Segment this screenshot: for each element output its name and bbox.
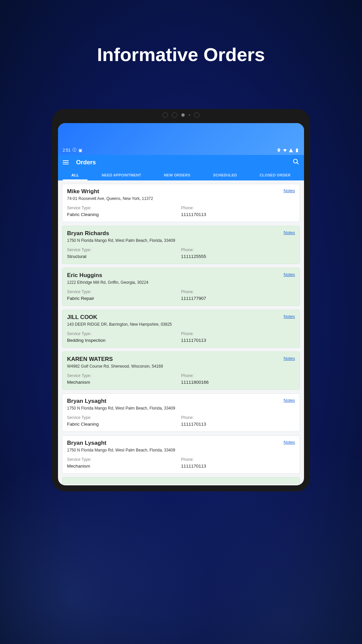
service-type-label: Service Type:	[67, 373, 181, 378]
order-card[interactable]: NotesBryan Richards1750 N Florida Mango …	[62, 226, 300, 264]
search-icon[interactable]	[293, 158, 299, 166]
notes-link[interactable]: Notes	[284, 314, 295, 319]
svg-point-0	[294, 159, 298, 163]
camera-dot-icon	[189, 114, 190, 116]
phone-value: 1111170113	[181, 338, 295, 343]
order-card[interactable]: NotesMike Wright74-01 Roosevelt Ave, Que…	[62, 184, 300, 222]
location-icon	[277, 148, 281, 153]
order-address: 1750 N Florida Mango Rd, West Palm Beach…	[67, 406, 295, 411]
order-address: 1750 N Florida Mango Rd, West Palm Beach…	[67, 238, 295, 243]
wifi-icon	[283, 148, 287, 153]
order-address: 74-01 Roosevelt Ave, Queens, New York, 1…	[67, 196, 295, 201]
service-type-value: Fabric Repair	[67, 296, 181, 301]
phone-value: 1111170113	[181, 464, 295, 469]
camera-dot-icon	[181, 113, 185, 117]
order-customer-name: Bryan Richards	[67, 230, 295, 237]
status-left: 2:51 ⓘ ▣	[63, 147, 82, 153]
svg-line-1	[297, 163, 299, 164]
phone-label: Phone:	[181, 457, 295, 462]
order-customer-name: Bryan Lysaght	[67, 398, 295, 405]
order-customer-name: Eric Huggins	[67, 272, 295, 279]
marketing-headline: Informative Orders	[0, 0, 362, 65]
status-bar: 2:51 ⓘ ▣	[58, 147, 304, 153]
service-type-value: Fabric Cleaning	[67, 422, 181, 427]
order-card[interactable]: NotesEric Huggins1222 Ethridge Mill Rd, …	[62, 268, 300, 306]
tab-bar: ALLNEED APPOINTMENTNEW ORDERSSCHEDULEDCL…	[58, 170, 304, 180]
status-wallpaper: 2:51 ⓘ ▣	[58, 123, 304, 155]
phone-label: Phone:	[181, 415, 295, 420]
order-card[interactable]: NotesKAREN WATERSW4982 Golf Course Rd, S…	[62, 352, 300, 390]
tab-closed-order[interactable]: CLOSED ORDER	[248, 170, 302, 180]
service-type-label: Service Type:	[67, 415, 181, 420]
camera-dot-icon	[172, 112, 177, 118]
tab-scheduled[interactable]: SCHEDULED	[202, 170, 248, 180]
order-customer-name: KAREN WATERS	[67, 356, 295, 363]
service-type-value: Mechanism	[67, 380, 181, 385]
tab-all[interactable]: ALL	[60, 170, 90, 180]
tablet-camera-cluster	[163, 112, 199, 118]
notes-link[interactable]: Notes	[284, 272, 295, 277]
order-customer-name: JILL COOK	[67, 314, 295, 321]
phone-label: Phone:	[181, 289, 295, 294]
camera-dot-icon	[194, 112, 199, 118]
order-card[interactable]: NotesBryan Lysaght1750 N Florida Mango R…	[62, 435, 300, 474]
phone-value: 1111177907	[181, 296, 295, 301]
phone-value: 1111170113	[181, 212, 295, 217]
status-app-icon: ▣	[78, 148, 82, 153]
app-bar: Orders	[58, 155, 304, 170]
phone-label: Phone:	[181, 248, 295, 252]
tablet-device-frame: 2:51 ⓘ ▣ Orders ALLNEED APPOI	[52, 109, 310, 491]
phone-value: 1111125555	[181, 254, 295, 259]
battery-icon	[295, 148, 299, 153]
order-card[interactable]: NotesBryan Lysaght1750 N Florida Mango R…	[62, 393, 300, 432]
notes-link[interactable]: Notes	[284, 356, 295, 361]
service-type-label: Service Type:	[67, 289, 181, 294]
service-type-label: Service Type:	[67, 457, 181, 462]
order-card[interactable]: NotesJILL COOK143 DEER RIDGE DR, Barring…	[62, 310, 300, 348]
order-customer-name: Mike Wright	[67, 188, 295, 195]
status-right	[277, 148, 299, 153]
app-title: Orders	[76, 159, 293, 166]
notes-link[interactable]: Notes	[284, 230, 295, 235]
camera-dot-icon	[163, 112, 168, 118]
status-info-icon: ⓘ	[72, 147, 76, 153]
service-type-label: Service Type:	[67, 248, 181, 252]
signal-icon	[289, 148, 293, 153]
phone-label: Phone:	[181, 206, 295, 210]
order-address: W4982 Golf Course Rd, Sherwood, Wisconsi…	[67, 364, 295, 369]
phone-label: Phone:	[181, 331, 295, 336]
order-address: 1222 Ethridge Mill Rd, Griffin, Georgia,…	[67, 280, 295, 285]
service-type-value: Structural	[67, 254, 181, 259]
order-address: 1750 N Florida Mango Rd, West Palm Beach…	[67, 448, 295, 452]
status-time: 2:51	[63, 148, 70, 153]
service-type-value: Mechanism	[67, 464, 181, 469]
phone-label: Phone:	[181, 373, 295, 378]
tab-new-orders[interactable]: NEW ORDERS	[153, 170, 202, 180]
service-type-label: Service Type:	[67, 206, 181, 210]
order-address: 143 DEER RIDGE DR, Barrington, New Hamps…	[67, 322, 295, 327]
service-type-value: Fabric Cleaning	[67, 212, 181, 217]
tablet-screen: 2:51 ⓘ ▣ Orders ALLNEED APPOI	[58, 123, 304, 485]
notes-link[interactable]: Notes	[284, 440, 295, 445]
service-type-value: Bedding Inspection	[67, 338, 181, 343]
menu-icon[interactable]	[63, 160, 69, 164]
orders-list[interactable]: NotesMike Wright74-01 Roosevelt Ave, Que…	[58, 180, 304, 485]
phone-value: 1111170113	[181, 422, 295, 427]
phone-value: 11111800166	[181, 380, 295, 385]
order-card-peek	[62, 477, 300, 484]
tab-need-appointment[interactable]: NEED APPOINTMENT	[90, 170, 153, 180]
notes-link[interactable]: Notes	[284, 188, 295, 193]
order-customer-name: Bryan Lysaght	[67, 440, 295, 446]
notes-link[interactable]: Notes	[284, 398, 295, 403]
service-type-label: Service Type:	[67, 331, 181, 336]
